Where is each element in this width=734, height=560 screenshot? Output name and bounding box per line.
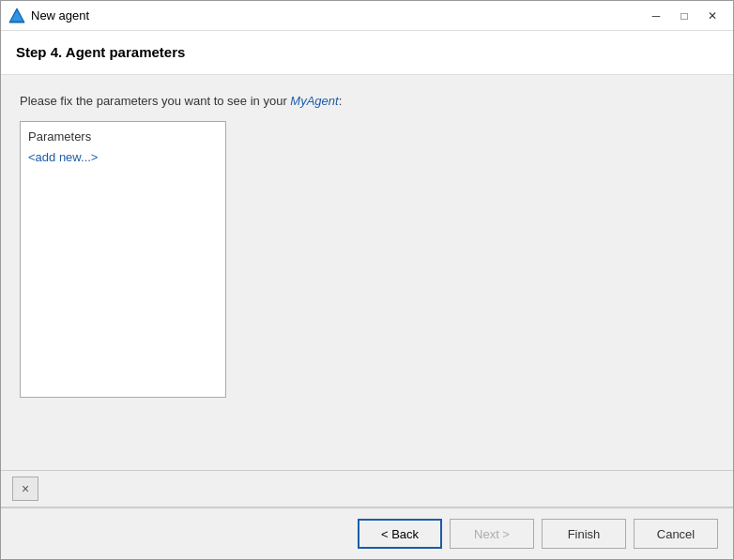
main-window: New agent ─ □ ✕ Step 4. Agent parameters… (0, 0, 734, 560)
back-button[interactable]: < Back (358, 519, 442, 549)
window-controls: ─ □ ✕ (643, 6, 726, 26)
instruction-prefix: Please fix the parameters you want to se… (20, 94, 290, 108)
footer-bar: < Back Next > Finish Cancel (1, 507, 733, 559)
instruction-text: Please fix the parameters you want to se… (20, 94, 714, 108)
window-title: New agent (31, 8, 643, 23)
step-header: Step 4. Agent parameters (1, 31, 733, 75)
app-icon (8, 8, 25, 24)
cancel-button[interactable]: Cancel (634, 519, 718, 549)
add-new-parameter[interactable]: <add new...> (21, 147, 225, 167)
parameters-header: Parameters (21, 126, 225, 147)
parameters-list[interactable]: Parameters <add new...> (20, 121, 226, 398)
main-content: Please fix the parameters you want to se… (1, 75, 733, 507)
close-button[interactable]: ✕ (699, 6, 726, 26)
instruction-suffix: : (339, 94, 343, 108)
remove-button[interactable]: × (12, 477, 38, 501)
minimize-button[interactable]: ─ (643, 6, 669, 26)
next-button[interactable]: Next > (450, 519, 534, 549)
step-title: Step 4. Agent parameters (16, 44, 185, 60)
finish-button[interactable]: Finish (542, 519, 626, 549)
content-area: Please fix the parameters you want to se… (1, 75, 733, 470)
parameters-panel: Parameters <add new...> (20, 121, 714, 461)
title-bar: New agent ─ □ ✕ (1, 1, 733, 31)
maximize-button[interactable]: □ (671, 6, 697, 26)
agent-name-highlight: MyAgent (290, 94, 338, 108)
bottom-toolbar: × (1, 470, 733, 507)
